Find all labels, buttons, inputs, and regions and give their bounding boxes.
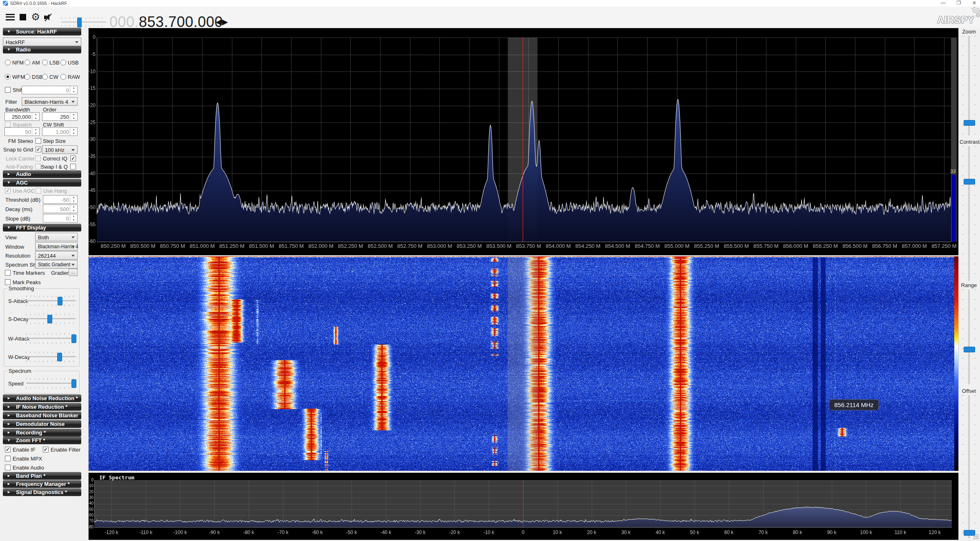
mark-peaks-checkbox[interactable] — [5, 279, 11, 285]
menu-icon[interactable] — [6, 14, 15, 20]
use-hang-checkbox[interactable] — [36, 188, 41, 194]
waterfall-canvas[interactable] — [89, 256, 958, 471]
w-attack-slider-thumb[interactable] — [71, 334, 76, 343]
mark-peaks-label: Mark Peaks — [13, 279, 41, 285]
range-slider[interactable]: Range — [960, 282, 978, 384]
shift-checkbox[interactable] — [5, 87, 11, 93]
swap-iq-checkbox[interactable] — [70, 164, 76, 169]
time-markers-label: Time Markers — [13, 270, 45, 276]
titlebar: SDR# v1.0.0.1655 - HackRF — ❐ ✕ — [0, 0, 980, 7]
cw-shift-spinner[interactable]: 1,000▲▼ — [42, 127, 78, 136]
enable-if-checkbox[interactable]: ✓ — [5, 447, 11, 452]
window-title: SDR# v1.0.0.1655 - HackRF — [10, 1, 67, 6]
window-dropdown[interactable]: Blackman-Harris 4 — [35, 242, 78, 251]
panel-header-audio[interactable]: ►Audio — [3, 170, 81, 178]
anti-fading-checkbox[interactable] — [35, 164, 41, 169]
range-slider-thumb[interactable] — [964, 347, 975, 352]
settings-gear-icon[interactable]: ⚙ — [31, 10, 40, 24]
mute-speaker-icon[interactable] — [44, 14, 54, 21]
level-indicator-value: 33 — [949, 169, 958, 174]
mode-label-usb: USB — [68, 60, 79, 66]
maximize-button[interactable]: ❐ — [953, 0, 965, 6]
decay-spinner[interactable]: 500▲▼ — [43, 205, 78, 213]
panel-header-fft-display[interactable]: ▼FFT Display — [3, 224, 81, 232]
panel-header-signal-diagnostics[interactable]: ►Signal Diagnostics * — [3, 488, 81, 496]
volume-slider-thumb[interactable] — [77, 18, 82, 27]
enable-filter-checkbox[interactable]: ✓ — [43, 447, 49, 452]
speed-slider[interactable]: Speed — [6, 377, 77, 390]
step-down-icon[interactable]: ◀ — [216, 18, 222, 26]
zoom-slider-thumb[interactable] — [964, 120, 975, 126]
speed-slider-thumb[interactable] — [71, 379, 76, 388]
mode-radio-usb[interactable] — [60, 60, 66, 65]
bandwidth-spinner[interactable]: 250,000▲▼ — [4, 112, 40, 121]
expand-arrow-icon: ► — [7, 405, 11, 409]
order-spinner[interactable]: 250▲▼ — [42, 112, 78, 121]
frequency-step-arrows[interactable]: ◀▶ — [216, 17, 228, 27]
time-markers-checkbox[interactable] — [5, 270, 11, 276]
gradient-ellipsis-button[interactable]: ... — [69, 269, 78, 276]
rf-spectrum-canvas[interactable] — [89, 28, 958, 255]
mode-radio-cw[interactable] — [42, 74, 48, 80]
panel-header-if-noise-reduction[interactable]: ►IF Noise Reduction * — [3, 403, 81, 411]
panel-header-baseband-noise-blanker[interactable]: ►Baseband Noise Blanker * — [3, 412, 81, 419]
offset-slider[interactable]: Offset — [960, 388, 978, 538]
panel-header-audio-noise-reduction[interactable]: ►Audio Noise Reduction * — [3, 394, 81, 402]
s-attack-slider-thumb[interactable] — [58, 297, 62, 305]
enable-mpx-checkbox[interactable] — [5, 456, 11, 461]
threshold-label: Threshold (dB) — [5, 197, 40, 203]
mode-radio-wfm[interactable] — [5, 74, 11, 80]
snap-to-grid-checkbox[interactable]: ✓ — [36, 147, 41, 152]
lock-carrier-checkbox[interactable] — [35, 156, 41, 161]
view-label: View — [5, 234, 17, 240]
contrast-slider-thumb[interactable] — [964, 179, 975, 185]
step-up-icon[interactable]: ▶ — [222, 18, 229, 26]
panel-header-agc[interactable]: ▼AGC — [3, 179, 81, 187]
mode-radio-nfm[interactable] — [5, 60, 11, 65]
stop-icon[interactable] — [20, 14, 26, 20]
s-decay-slider[interactable]: S-Decay — [6, 313, 77, 325]
s-attack-slider[interactable]: S-Attack — [6, 295, 77, 307]
s-decay-slider-thumb[interactable] — [47, 315, 52, 323]
zoom-slider[interactable]: Zoom — [960, 29, 978, 136]
resolution-dropdown[interactable]: 262144 — [35, 251, 78, 260]
mode-radio-raw[interactable] — [60, 74, 66, 80]
panel-header-recording[interactable]: ►Recording * — [3, 429, 81, 436]
filter-dropdown[interactable]: Blackman-Harris 4 — [22, 97, 78, 106]
offset-slider-thumb[interactable] — [964, 530, 975, 536]
panel-header-frequency-manager[interactable]: ►Frequency Manager * — [3, 480, 81, 488]
panel-header-zoom-fft[interactable]: ▼Zoom FFT * — [3, 436, 81, 444]
slope-spinner[interactable]: 0▲▼ — [43, 214, 78, 223]
filter-label: Filter — [5, 99, 17, 105]
w-attack-slider[interactable]: W-Attack — [6, 332, 77, 345]
use-agc-checkbox[interactable]: ✓ — [5, 188, 11, 194]
squelch-spinner[interactable]: 50▲▼ — [4, 127, 40, 136]
enable-audio-checkbox[interactable] — [5, 465, 11, 470]
panel-header-band-plan[interactable]: ►Band Plan * — [3, 472, 81, 480]
panel-header-source[interactable]: ▼Source: HackRF — [3, 28, 81, 36]
w-decay-slider-thumb[interactable] — [57, 353, 62, 361]
correct-iq-checkbox[interactable]: ✓ — [70, 156, 76, 161]
threshold-spinner[interactable]: -50▲▼ — [43, 195, 78, 204]
panel-header-demodulator-noise-blanker[interactable]: ►Demodulator Noise Blanker * — [3, 420, 81, 428]
w-decay-slider[interactable]: W-Decay — [6, 351, 77, 363]
mode-radio-dsb[interactable] — [24, 74, 30, 80]
step-size-dropdown[interactable]: 100 kHz — [42, 145, 78, 154]
source-device-dropdown[interactable]: HackRF — [3, 38, 81, 46]
minimize-button[interactable]: — — [937, 0, 949, 6]
chevron-down-icon — [71, 101, 75, 103]
use-hang-label: Use Hang — [43, 188, 67, 194]
squelch-checkbox[interactable] — [5, 122, 11, 127]
view-dropdown[interactable]: Both — [35, 233, 78, 241]
mode-radio-lsb[interactable] — [42, 60, 48, 65]
fm-stereo-checkbox[interactable] — [36, 138, 41, 144]
close-button[interactable]: ✕ — [968, 0, 980, 6]
if-spectrum-canvas[interactable] — [89, 473, 958, 540]
shift-spinner[interactable]: 0▲▼ — [22, 86, 78, 94]
contrast-slider[interactable]: Contrast — [960, 139, 978, 281]
panel-header-radio[interactable]: ▼Radio — [3, 46, 81, 53]
enable-mpx-label: Enable MPX — [13, 456, 42, 462]
mode-radio-am[interactable] — [24, 60, 30, 65]
volume-slider[interactable] — [61, 17, 106, 28]
spectrum-style-dropdown[interactable]: Static Gradient — [35, 260, 78, 269]
